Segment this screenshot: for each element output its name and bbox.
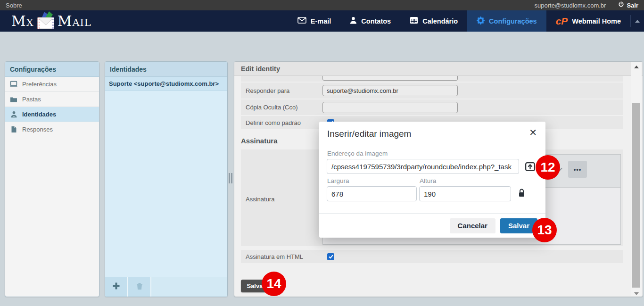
signature-label: Assinatura [246,196,274,203]
logout-label: Sair [627,2,638,9]
sidebar-item-label: Pastas [22,96,41,103]
logo-text-mail: Mail [58,13,91,29]
main-nav-bar: Mx Mail E-mail Contatos Calendá [0,10,644,32]
main-scrollbar[interactable] [631,62,642,296]
nav-item-webmail-home[interactable]: cP Webmail Home [546,10,630,32]
sidebar-item-identities[interactable]: Identidades [5,107,99,122]
scroll-down-arrow[interactable] [631,290,642,297]
user-email: suporte@studiomx.com.br [535,2,606,9]
html-signature-label: Assinatura em HTML [246,253,322,260]
document-icon [9,126,18,133]
about-link[interactable]: Sobre [6,2,22,9]
sidebar-item-label: Identidades [22,111,56,118]
nav-item-settings[interactable]: Configurações [467,10,546,32]
plus-icon [112,282,120,292]
clipped-input-field[interactable] [322,76,458,81]
logout-button[interactable]: Sair [618,1,638,9]
width-input[interactable] [327,186,417,201]
nav-item-label: Calendário [422,17,458,25]
delete-identity-button[interactable] [128,277,151,297]
form-row-reply-to: Responder para [241,83,623,99]
identity-list-item[interactable]: Suporte <suporte@studiomx.com.br> [105,77,227,91]
edit-identity-title: Edit identity [234,62,643,76]
sidebar-item-folders[interactable]: Pastas [5,92,99,107]
app-logo[interactable]: Mx Mail [11,10,91,32]
image-url-input[interactable] [327,159,519,174]
nav-item-calendar[interactable]: Calendário [400,10,467,32]
height-label: Altura [420,177,436,184]
annotation-circle-14: 14 [262,272,286,296]
sidebar-item-preferences[interactable]: Preferências [5,77,99,92]
power-icon [618,1,624,9]
width-label: Largura [327,177,349,184]
reply-to-input[interactable] [322,85,458,96]
reply-to-label: Responder para [246,87,322,94]
nav-item-label: Configurações [489,17,537,25]
calendar-icon [410,17,418,25]
form-row-bcc: Cópia Oculta (Cco) [241,99,623,115]
form-row-html-signature: Assinatura em HTML [241,250,623,263]
identities-list-empty-area [105,91,227,277]
chevron-up-icon [635,20,640,23]
set-default-label: Definir como padrão [246,119,322,126]
nav-item-label: Webmail Home [572,17,621,25]
scroll-up-arrow[interactable] [631,63,642,71]
upload-image-icon[interactable] [524,160,536,173]
scrollbar-thumb[interactable] [632,103,640,288]
logo-text-mx: Mx [11,13,34,29]
collapse-toolbar-button[interactable] [631,10,644,32]
html-signature-checkbox[interactable] [327,253,334,260]
trash-icon [136,282,143,292]
envelope-logo-icon [35,11,57,34]
image-url-label: Endereço da imagem [327,150,388,157]
height-input[interactable] [419,186,511,201]
folder-icon [9,96,18,103]
identities-list-panel: Identidades Suporte <suporte@studiomx.co… [105,61,228,297]
envelope-icon [297,17,306,25]
nav-item-contacts[interactable]: Contatos [340,10,400,32]
insert-edit-image-dialog: Inserir/editar imagem ✕ Endereço da imag… [319,122,545,238]
sidebar-item-responses[interactable]: Responses [5,122,99,137]
editor-more-button[interactable]: ••• [568,161,587,178]
sidebar-item-label: Preferências [22,81,57,88]
person-icon [9,111,18,118]
bcc-label: Cópia Oculta (Cco) [246,104,322,111]
nav-spacer [91,10,288,32]
annotation-circle-12: 12 [536,155,560,180]
dialog-footer: Cancelar Salvar [319,213,545,238]
identities-list-title: Identidades [105,62,227,77]
settings-sidebar-title: Configurações [5,62,99,77]
add-identity-button[interactable] [105,277,128,297]
identities-toolbar [105,277,227,297]
cpanel-icon: cP [556,16,568,27]
sidebar-item-label: Responses [22,126,53,133]
nav-item-label: E-mail [311,17,331,25]
dialog-title: Inserir/editar imagem [327,129,411,139]
bcc-input[interactable] [322,102,458,113]
dialog-cancel-button[interactable]: Cancelar [450,218,495,233]
person-icon [350,17,357,25]
close-icon[interactable]: ✕ [529,128,537,137]
nav-item-email[interactable]: E-mail [288,10,341,32]
form-row-clipped [241,76,623,82]
top-bar: Sobre suporte@studiomx.com.br Sair [0,0,644,10]
gear-icon [477,17,485,26]
monitor-icon [9,81,18,88]
nav-item-label: Contatos [361,17,391,25]
annotation-circle-13: 13 [532,218,557,242]
lock-ratio-icon[interactable] [516,186,527,199]
settings-sidebar: Configurações Preferências Pastas Identi… [5,61,99,297]
panel-splitter-handle[interactable] [229,173,232,183]
